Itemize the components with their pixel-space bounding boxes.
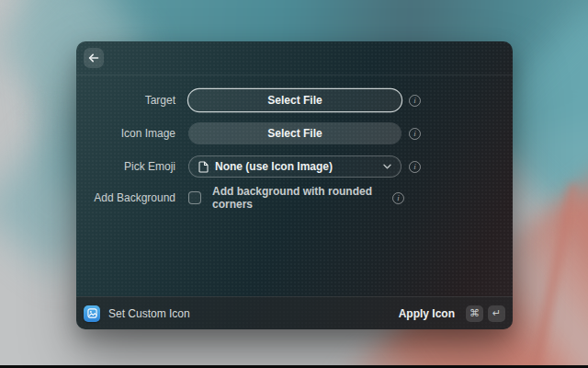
command-form: Target Select File i Icon Image Select F… [76,75,513,211]
target-info-icon[interactable]: i [409,95,421,107]
add-background-label: Add Background [89,191,175,204]
window-footer: Set Custom Icon Apply Icon ⌘ ↵ [76,296,513,329]
wallpaper-salmon-streak [526,184,579,368]
return-key-icon: ↵ [488,305,505,322]
set-custom-icon-window: Target Select File i Icon Image Select F… [76,41,513,329]
pick-emoji-info-icon[interactable]: i [409,161,421,173]
target-label: Target [89,94,175,107]
icon-image-select-file-button[interactable]: Select File [188,122,401,144]
file-icon [198,161,209,173]
add-background-info-icon[interactable]: i [392,192,404,204]
pick-emoji-dropdown[interactable]: None (use Icon Image) [188,155,401,178]
desktop-wallpaper: Target Select File i Icon Image Select F… [0,0,588,368]
target-select-file-button[interactable]: Select File [188,89,401,111]
apply-icon-button[interactable]: Apply Icon [399,307,455,320]
form-row-pick-emoji: Pick Emoji None (use Icon Image) i [89,155,513,178]
pick-emoji-label: Pick Emoji [89,160,175,173]
command-key-icon: ⌘ [466,305,483,322]
footer-command-identity: Set Custom Icon [84,305,190,322]
icon-image-label: Icon Image [89,127,175,140]
footer-command-name: Set Custom Icon [108,307,190,320]
back-arrow-icon [88,52,99,63]
image-glyph-icon [87,308,97,318]
add-background-checkbox[interactable] [188,191,201,204]
add-background-checkbox-label[interactable]: Add background with rounded corners [212,185,392,211]
window-header [76,41,513,75]
back-button[interactable] [84,48,104,68]
footer-primary-action: Apply Icon ⌘ ↵ [399,305,505,322]
form-row-target: Target Select File i [89,89,513,111]
set-custom-icon-app-icon [84,305,100,322]
form-row-icon-image: Icon Image Select File i [89,122,513,144]
icon-image-info-icon[interactable]: i [409,128,421,140]
chevron-down-icon [383,164,391,169]
form-row-add-background: Add Background Add background with round… [89,185,513,211]
pick-emoji-selected-value: None (use Icon Image) [215,160,333,173]
